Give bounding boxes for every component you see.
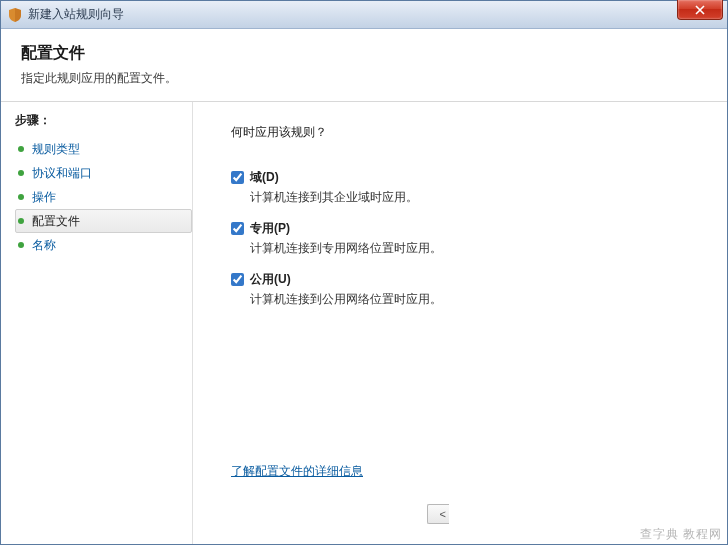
help-link-area: 了解配置文件的详细信息 bbox=[231, 463, 699, 480]
step-profile[interactable]: 配置文件 bbox=[15, 209, 192, 233]
step-label: 协议和端口 bbox=[32, 165, 92, 182]
wizard-header: 配置文件 指定此规则应用的配置文件。 bbox=[1, 29, 727, 102]
titlebar: 新建入站规则向导 bbox=[1, 1, 727, 29]
step-name[interactable]: 名称 bbox=[15, 233, 192, 257]
step-label: 规则类型 bbox=[32, 141, 80, 158]
step-rule-type[interactable]: 规则类型 bbox=[15, 137, 192, 161]
option-desc: 计算机连接到公用网络位置时应用。 bbox=[250, 291, 699, 308]
bullet-icon bbox=[18, 242, 24, 248]
page-subtitle: 指定此规则应用的配置文件。 bbox=[21, 70, 707, 87]
wizard-body: 步骤： 规则类型 协议和端口 操作 配置文件 bbox=[1, 102, 727, 544]
main-panel: 何时应用该规则？ 域(D) 计算机连接到其企业域时应用。 专用(P) 计算机连接… bbox=[193, 102, 727, 544]
wizard-window: 新建入站规则向导 配置文件 指定此规则应用的配置文件。 步骤： 规则类型 协议和… bbox=[0, 0, 728, 545]
bullet-icon bbox=[18, 170, 24, 176]
option-desc: 计算机连接到专用网络位置时应用。 bbox=[250, 240, 699, 257]
step-label: 配置文件 bbox=[32, 213, 80, 230]
steps-list: 规则类型 协议和端口 操作 配置文件 名称 bbox=[15, 137, 192, 257]
option-desc: 计算机连接到其企业域时应用。 bbox=[250, 189, 699, 206]
option-public: 公用(U) 计算机连接到公用网络位置时应用。 bbox=[231, 271, 699, 308]
option-private: 专用(P) 计算机连接到专用网络位置时应用。 bbox=[231, 220, 699, 257]
checkbox-private[interactable] bbox=[231, 222, 244, 235]
close-icon bbox=[695, 5, 705, 15]
step-label: 名称 bbox=[32, 237, 56, 254]
button-footer: < bbox=[231, 504, 699, 534]
back-button[interactable]: < bbox=[427, 504, 449, 524]
bullet-icon bbox=[18, 218, 24, 224]
learn-more-link[interactable]: 了解配置文件的详细信息 bbox=[231, 464, 363, 478]
chevron-left-icon: < bbox=[440, 508, 446, 520]
page-title: 配置文件 bbox=[21, 43, 707, 64]
option-label: 公用(U) bbox=[250, 271, 291, 288]
checkbox-domain[interactable] bbox=[231, 171, 244, 184]
option-label: 域(D) bbox=[250, 169, 279, 186]
step-action[interactable]: 操作 bbox=[15, 185, 192, 209]
close-button[interactable] bbox=[677, 0, 723, 20]
bullet-icon bbox=[18, 146, 24, 152]
profile-options: 域(D) 计算机连接到其企业域时应用。 专用(P) 计算机连接到专用网络位置时应… bbox=[231, 169, 699, 322]
step-label: 操作 bbox=[32, 189, 56, 206]
question-text: 何时应用该规则？ bbox=[231, 124, 699, 141]
checkbox-public[interactable] bbox=[231, 273, 244, 286]
window-title: 新建入站规则向导 bbox=[28, 6, 124, 23]
steps-heading: 步骤： bbox=[15, 112, 192, 129]
firewall-icon bbox=[7, 7, 23, 23]
step-protocol-ports[interactable]: 协议和端口 bbox=[15, 161, 192, 185]
steps-sidebar: 步骤： 规则类型 协议和端口 操作 配置文件 bbox=[1, 102, 193, 544]
bullet-icon bbox=[18, 194, 24, 200]
option-domain: 域(D) 计算机连接到其企业域时应用。 bbox=[231, 169, 699, 206]
option-label: 专用(P) bbox=[250, 220, 290, 237]
